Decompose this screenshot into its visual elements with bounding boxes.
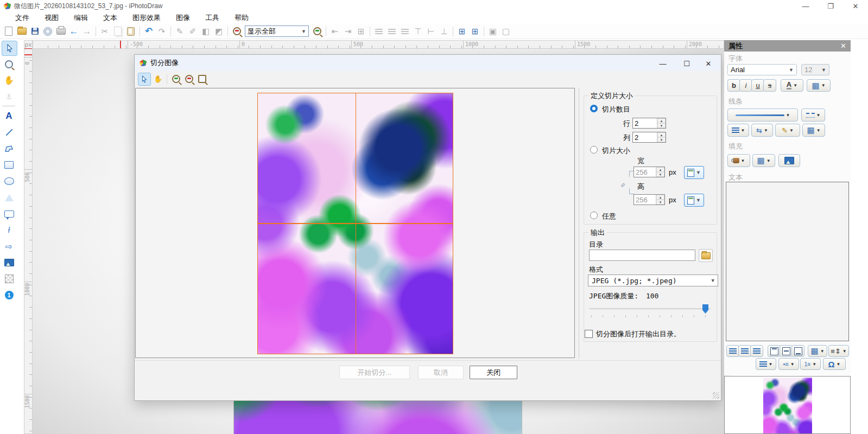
cols-spinner[interactable]: 2 ▲▼ xyxy=(632,132,666,143)
symbol-button[interactable]: Ω▼ xyxy=(823,358,846,370)
quality-slider-track[interactable] xyxy=(589,308,711,310)
line-color-button[interactable]: ✎▼ xyxy=(775,124,800,137)
dimension-tool[interactable]: Ɨ xyxy=(2,223,16,237)
close-dialog-button[interactable]: 关闭 xyxy=(470,366,517,379)
minimize-button[interactable]: — xyxy=(793,0,818,12)
cols-up-icon[interactable]: ▲ xyxy=(657,132,666,137)
rows-down-icon[interactable]: ▼ xyxy=(657,123,666,128)
rows-up-icon[interactable]: ▲ xyxy=(657,118,666,123)
navigator-panel[interactable] xyxy=(724,376,851,434)
line-tool[interactable] xyxy=(2,125,16,139)
numbering-tool[interactable]: 1 xyxy=(2,288,16,302)
strikethrough-button[interactable]: s xyxy=(763,79,776,92)
fill-color-button[interactable]: ▼ xyxy=(727,154,750,167)
slice-count-radio[interactable] xyxy=(590,105,598,112)
rows-spinner[interactable]: 2 ▲▼ xyxy=(632,118,666,129)
slice-size-radio[interactable] xyxy=(590,146,598,154)
text-content-area[interactable] xyxy=(726,182,849,341)
restore-button[interactable]: ❐ xyxy=(818,0,843,12)
slice-preview-panel[interactable] xyxy=(135,88,575,358)
menu-file[interactable]: 文件 xyxy=(8,12,37,24)
polygon-tool[interactable] xyxy=(2,142,16,156)
line-spacing-button[interactable]: ≡⇕▼ xyxy=(828,345,849,357)
vertical-align-bottom-button[interactable] xyxy=(791,345,804,357)
font-family-combo[interactable]: Arial▼ xyxy=(727,64,797,75)
paste-icon[interactable] xyxy=(125,25,137,37)
menu-view[interactable]: 视图 xyxy=(37,12,66,24)
properties-close-icon[interactable]: ✕ xyxy=(840,42,846,50)
arrow-shape-tool[interactable]: ⇨ xyxy=(2,239,16,253)
line-style-combo[interactable]: ▼ xyxy=(727,108,798,122)
vertical-align-top-button[interactable] xyxy=(768,345,781,357)
text-align-right-button[interactable] xyxy=(750,345,763,357)
zoom-level-combo[interactable]: 显示全部▼ xyxy=(245,25,309,37)
open-after-checkbox[interactable] xyxy=(585,330,593,338)
browse-folder-button[interactable] xyxy=(699,249,713,262)
horizontal-slice-guide[interactable] xyxy=(258,223,453,224)
save-icon[interactable] xyxy=(29,25,41,37)
menu-image[interactable]: 图像 xyxy=(168,12,198,24)
numbered-list-button[interactable]: 1≡▼ xyxy=(800,358,821,370)
directory-input[interactable] xyxy=(589,250,695,261)
format-select[interactable]: JPEG (*.jpg; *.jpeg)▼ xyxy=(588,275,718,286)
font-color-button[interactable]: A▼ xyxy=(781,79,803,92)
rectangle-tool[interactable] xyxy=(2,158,16,172)
new-file-icon[interactable] xyxy=(3,25,15,37)
dash-style-button[interactable]: ▼ xyxy=(801,108,825,122)
dialog-title-bar[interactable]: 切分图像 xyxy=(135,55,721,71)
back-icon[interactable]: ← xyxy=(68,25,80,37)
close-button[interactable]: ✕ xyxy=(843,0,868,12)
bullet-list-button[interactable]: •≡▼ xyxy=(778,358,799,370)
line-table-button[interactable]: ▦▼ xyxy=(802,124,825,137)
text-frame-button[interactable]: ▦▼ xyxy=(808,345,827,357)
undo-icon[interactable]: ↶ xyxy=(143,25,155,37)
dialog-zoom-in-tool[interactable] xyxy=(170,73,182,85)
distribute-horizontal-icon[interactable]: ⊞ xyxy=(456,25,468,37)
dialog-resize-grip[interactable] xyxy=(713,392,719,399)
dialog-minimize-button[interactable]: — xyxy=(654,57,672,70)
transparency-tool[interactable] xyxy=(2,272,16,286)
pan-tool[interactable]: ✋ xyxy=(2,73,16,87)
menu-edit[interactable]: 编辑 xyxy=(66,12,96,24)
cols-down-icon[interactable]: ▼ xyxy=(657,137,666,142)
callout-tool[interactable] xyxy=(2,207,16,221)
italic-button[interactable]: i xyxy=(739,79,752,92)
width-calculator-button[interactable]: ▼ xyxy=(684,166,704,179)
dialog-pan-tool[interactable]: ✋ xyxy=(152,73,164,85)
export-icon[interactable] xyxy=(42,25,54,37)
vertical-align-middle-button[interactable] xyxy=(780,345,793,357)
height-calculator-button[interactable]: ▼ xyxy=(684,194,704,207)
fill-table-button[interactable]: ▦▼ xyxy=(752,154,775,167)
font-table-button[interactable]: ▦▼ xyxy=(807,79,831,92)
zoom-tool[interactable] xyxy=(2,57,16,71)
image-tool[interactable] xyxy=(2,256,16,270)
zoom-out-icon[interactable] xyxy=(231,25,243,37)
select-tool[interactable] xyxy=(2,41,17,56)
ellipse-tool[interactable] xyxy=(2,174,16,188)
menu-shape-effects[interactable]: 图形效果 xyxy=(125,12,168,24)
distribute-vertical-icon[interactable]: ⊞ xyxy=(469,25,481,37)
dialog-maximize-button[interactable]: ☐ xyxy=(677,57,696,70)
underline-button[interactable]: u xyxy=(751,79,764,92)
dialog-close-button[interactable]: ✕ xyxy=(699,57,718,70)
text-align-left-button[interactable] xyxy=(726,345,739,357)
text-align-center-button[interactable] xyxy=(738,345,751,357)
menu-text[interactable]: 文本 xyxy=(96,12,125,24)
forward-icon[interactable]: → xyxy=(81,25,93,37)
line-weight-button[interactable]: ▼ xyxy=(727,124,749,137)
menu-tools[interactable]: 工具 xyxy=(198,12,227,24)
bold-button[interactable]: b xyxy=(727,79,740,92)
dialog-select-tool[interactable] xyxy=(138,73,151,86)
triangle-tool[interactable] xyxy=(2,190,16,205)
indent-button[interactable]: ▼ xyxy=(756,358,776,370)
print-icon[interactable] xyxy=(55,25,67,37)
text-tool[interactable]: A xyxy=(2,109,16,123)
dialog-zoom-out-tool[interactable] xyxy=(183,73,195,85)
zoom-in-icon[interactable] xyxy=(311,25,323,37)
free-slice-radio[interactable] xyxy=(590,212,598,219)
open-file-icon[interactable] xyxy=(16,25,28,37)
menu-help[interactable]: 帮助 xyxy=(227,12,256,24)
arrow-ends-button[interactable]: ⇆▼ xyxy=(751,124,773,137)
fill-image-button[interactable] xyxy=(778,154,800,167)
dialog-zoom-fit-tool[interactable] xyxy=(196,73,208,85)
